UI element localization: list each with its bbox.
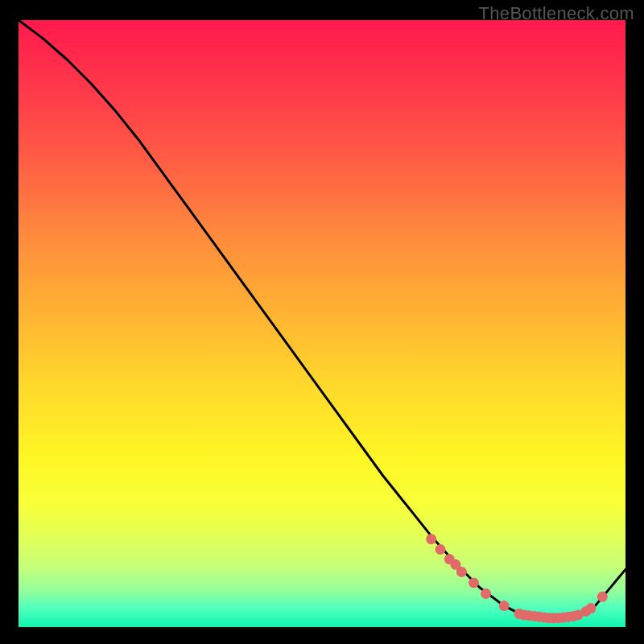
marker-group	[426, 534, 608, 623]
plot-area	[19, 20, 625, 627]
marker-dot	[597, 592, 608, 602]
bottleneck-curve	[19, 20, 625, 618]
curve-svg	[19, 20, 625, 627]
marker-dot	[499, 601, 510, 611]
chart-frame: TheBottleneck.com	[0, 0, 644, 644]
marker-dot	[456, 567, 467, 577]
marker-dot	[436, 544, 446, 555]
marker-dot	[426, 534, 436, 544]
marker-dot	[481, 588, 491, 599]
marker-dot	[469, 578, 479, 588]
marker-dot	[586, 603, 597, 613]
